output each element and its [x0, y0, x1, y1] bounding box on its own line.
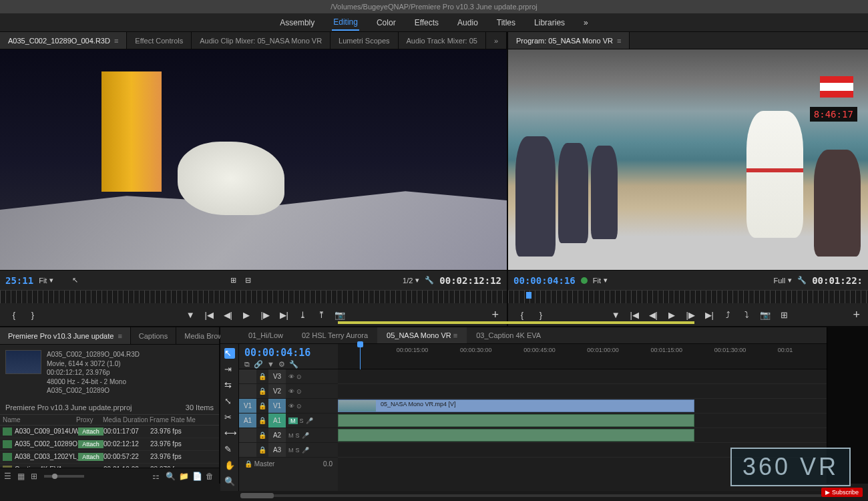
- mic-icon[interactable]: 🎤: [306, 418, 313, 424]
- export-frame-icon[interactable]: 📷: [334, 309, 346, 321]
- workspace-audio[interactable]: Audio: [456, 15, 479, 30]
- program-scrubber[interactable]: [508, 290, 868, 303]
- bin-column-headers[interactable]: Name Proxy Media Duration Frame Rate Me: [0, 415, 219, 426]
- list-view-icon[interactable]: ☰: [4, 472, 13, 481]
- export-frame-icon[interactable]: 📷: [759, 309, 771, 321]
- extract-icon[interactable]: ⤵: [740, 309, 752, 321]
- sequence-tab[interactable]: 01_Hi/Low: [239, 327, 292, 343]
- razor-tool-icon[interactable]: ✂: [224, 412, 235, 423]
- source-tab-clip[interactable]: A035_C002_10289O_004.R3D ≡: [0, 32, 127, 49]
- lock-icon[interactable]: 🔒: [256, 402, 268, 409]
- program-resolution-select[interactable]: Full ▾: [773, 276, 792, 285]
- toggle-output-icon[interactable]: 👁: [288, 388, 294, 395]
- track-header-a2[interactable]: 🔒A2MS🎤: [239, 428, 338, 443]
- button-editor-icon[interactable]: +: [853, 308, 860, 322]
- zoom-tool-icon[interactable]: 🔍: [224, 476, 235, 487]
- mark-out-icon[interactable]: }: [27, 309, 39, 321]
- step-forward-icon[interactable]: |▶: [684, 309, 696, 321]
- new-item-icon[interactable]: 📄: [192, 472, 202, 481]
- program-zoom-select[interactable]: Fit ▾: [593, 276, 608, 285]
- project-tab-project[interactable]: Premiere Pro v10.3 June update ≡: [0, 327, 131, 344]
- tab-menu-icon[interactable]: ≡: [118, 332, 122, 340]
- slip-tool-icon[interactable]: ⟷: [224, 428, 235, 439]
- audio-clip[interactable]: [338, 414, 694, 427]
- sequence-tab[interactable]: 03_Caption 4K EVA: [467, 327, 550, 343]
- step-back-icon[interactable]: ◀|: [222, 309, 234, 321]
- timeline-zoom-slider[interactable]: [240, 492, 821, 500]
- comparison-view-icon[interactable]: ⊞: [778, 309, 790, 321]
- go-to-in-icon[interactable]: |◀: [203, 309, 215, 321]
- workspace-effects[interactable]: Effects: [413, 15, 440, 30]
- bin-list[interactable]: A030_C009_0914UWAttach00:01:17:0723.976 …: [0, 426, 219, 468]
- lock-icon[interactable]: 🔒: [256, 387, 268, 395]
- linked-selection-icon[interactable]: 🔗: [254, 360, 263, 369]
- insert-icon[interactable]: ⤓: [296, 309, 308, 321]
- workspace-titles[interactable]: Titles: [495, 15, 517, 30]
- timeline-ruler[interactable]: 00:00:15:00 00:00:30:00 00:00:45:00 00:0…: [338, 344, 827, 369]
- source-tab-audio-clip-mixer[interactable]: Audio Clip Mixer: 05_NASA Mono VR: [192, 32, 331, 49]
- settings-icon[interactable]: ⚙: [278, 360, 285, 369]
- program-playhead-timecode[interactable]: 00:00:04:16: [513, 275, 576, 286]
- toggle-output-icon[interactable]: 👁: [288, 373, 294, 380]
- ripple-edit-tool-icon[interactable]: ⇆: [224, 380, 235, 391]
- source-video-frame[interactable]: [0, 49, 507, 270]
- bin-row[interactable]: A035_C002_10289OAttach00:02:12:1223.976 …: [0, 438, 219, 451]
- bin-row[interactable]: A038_C003_1202YL_Attach00:00:57:2223.976…: [0, 451, 219, 464]
- track-header-a1[interactable]: A1🔒A1MS🎤: [239, 413, 338, 428]
- auto-sequence-icon[interactable]: ⚏: [152, 472, 162, 481]
- source-tab-audio-track-mixer[interactable]: Audio Track Mixer: 05: [399, 32, 486, 49]
- mic-icon[interactable]: 🎤: [302, 447, 309, 454]
- clip-thumbnail[interactable]: [5, 350, 41, 374]
- settings-icon[interactable]: ⊞: [228, 276, 238, 285]
- program-video-frame[interactable]: 8:46:17: [508, 49, 868, 270]
- audio-clip[interactable]: [338, 429, 694, 442]
- workspace-libraries[interactable]: Libraries: [533, 15, 566, 30]
- video-clip[interactable]: 05_NASA Mono VR.mp4 [V]: [338, 399, 694, 412]
- workspace-overflow-icon[interactable]: »: [582, 15, 590, 30]
- step-back-icon[interactable]: ◀|: [647, 309, 659, 321]
- add-marker-icon[interactable]: ▼: [184, 309, 196, 321]
- lock-icon[interactable]: 🔒: [256, 432, 268, 439]
- sequence-tab-active[interactable]: 05_NASA Mono VR ≡: [377, 327, 467, 343]
- step-forward-icon[interactable]: |▶: [259, 309, 271, 321]
- play-icon[interactable]: ▶: [240, 309, 252, 321]
- source-tab-overflow[interactable]: »: [486, 32, 507, 49]
- source-scrubber[interactable]: [0, 290, 507, 303]
- mic-icon[interactable]: 🎤: [302, 432, 309, 439]
- icon-view-icon[interactable]: ▦: [17, 472, 27, 481]
- program-tab[interactable]: Program: 05_NASA Mono VR ≡: [508, 32, 630, 49]
- workspace-color[interactable]: Color: [375, 15, 397, 30]
- track-select-tool-icon[interactable]: ⇥: [224, 364, 235, 375]
- lock-icon[interactable]: 🔒: [256, 373, 268, 380]
- lock-icon[interactable]: 🔒: [256, 446, 268, 454]
- mark-in-icon[interactable]: {: [516, 309, 528, 321]
- sequence-tab[interactable]: 02 HSL Terry Aurora: [292, 327, 377, 343]
- source-resolution-select[interactable]: 1/2 ▾: [403, 276, 419, 285]
- source-tab-lumetri-scopes[interactable]: Lumetri Scopes: [331, 32, 398, 49]
- track-header-v3[interactable]: 🔒V3👁⊙: [239, 369, 338, 384]
- tab-menu-icon[interactable]: ≡: [617, 37, 621, 45]
- marker-icon[interactable]: ▼: [267, 360, 274, 369]
- new-bin-icon[interactable]: 📁: [179, 472, 188, 481]
- rate-stretch-tool-icon[interactable]: ⤡: [224, 396, 235, 407]
- wrench-icon[interactable]: 🔧: [797, 276, 807, 285]
- tab-menu-icon[interactable]: ≡: [114, 37, 118, 45]
- lock-icon[interactable]: 🔒: [256, 417, 268, 424]
- go-to-out-icon[interactable]: ▶|: [278, 309, 290, 321]
- source-playhead-timecode[interactable]: 25:11: [5, 275, 33, 286]
- project-tab-captions[interactable]: Captions: [131, 327, 176, 344]
- snap-icon[interactable]: ⧉: [244, 360, 250, 369]
- workspace-editing[interactable]: Editing: [332, 15, 359, 31]
- wrench-icon[interactable]: 🔧: [425, 276, 434, 285]
- find-icon[interactable]: 🔍: [166, 472, 175, 481]
- track-header-v2[interactable]: 🔒V2👁⊙: [239, 384, 338, 399]
- workspace-assembly[interactable]: Assembly: [278, 15, 316, 30]
- selection-tool-icon[interactable]: ↖: [224, 348, 235, 359]
- button-editor-icon[interactable]: +: [492, 308, 499, 322]
- timeline-timecode[interactable]: 00:00:04:16: [244, 347, 333, 359]
- freeform-view-icon[interactable]: ⊞: [31, 472, 40, 481]
- work-area-bar[interactable]: [338, 321, 694, 324]
- bin-row[interactable]: A030_C009_0914UWAttach00:01:17:0723.976 …: [0, 426, 219, 438]
- add-marker-icon[interactable]: ▼: [610, 309, 622, 321]
- mark-in-icon[interactable]: {: [8, 309, 20, 321]
